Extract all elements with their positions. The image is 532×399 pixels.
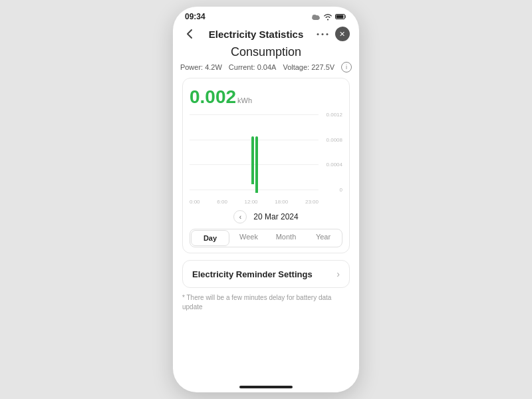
stats-row: Power: 4.2W Current: 0.04A Voltage: 227.… xyxy=(173,62,359,78)
x-label-6: 6:00 xyxy=(217,199,227,205)
svg-rect-4 xyxy=(336,15,344,19)
tab-day[interactable]: Day xyxy=(191,230,229,246)
x-label-23: 23:00 xyxy=(305,199,319,205)
x-label-12: 12:00 xyxy=(245,199,258,205)
tab-month[interactable]: Month xyxy=(267,229,305,247)
more-button[interactable] xyxy=(315,27,330,41)
status-icons xyxy=(311,13,347,21)
chevron-right-icon: › xyxy=(336,269,340,279)
info-button[interactable]: i xyxy=(341,62,352,72)
reminder-settings-card[interactable]: Electricity Reminder Settings › xyxy=(182,260,350,288)
wifi-icon xyxy=(323,13,332,21)
prev-date-button[interactable]: ‹ xyxy=(233,210,247,223)
phone-frame: 09:34 Electricity St xyxy=(173,7,359,392)
reminder-label: Electricity Reminder Settings xyxy=(192,269,313,279)
consumption-number: 0.002 xyxy=(190,86,236,108)
close-button[interactable]: ✕ xyxy=(335,27,350,41)
current-stat: Current: 0.04A xyxy=(229,63,277,71)
consumption-title: Consumption xyxy=(173,45,359,62)
period-tabs: Day Week Month Year xyxy=(190,229,342,247)
tab-week[interactable]: Week xyxy=(230,229,267,247)
svg-point-5 xyxy=(317,33,319,35)
x-label-0: 0:00 xyxy=(190,199,200,205)
bar-group xyxy=(251,136,258,193)
bar-container xyxy=(190,112,319,193)
grid-label-3: 0.0004 xyxy=(321,162,342,168)
svg-point-7 xyxy=(326,33,328,35)
power-stat: Power: 4.2W xyxy=(180,63,222,71)
svg-point-6 xyxy=(321,33,323,35)
back-button[interactable] xyxy=(182,27,197,41)
grid-label-1: 0.0012 xyxy=(321,112,342,118)
voltage-stat: Voltage: 227.5V xyxy=(283,63,334,71)
bar-2 xyxy=(255,136,258,193)
page-header-title: Electricity Statistics xyxy=(209,29,304,40)
disclaimer-text: * There will be a few minutes delay for … xyxy=(182,293,350,312)
bar-1 xyxy=(251,136,254,184)
battery-icon xyxy=(335,13,347,20)
date-nav: ‹ 20 Mar 2024 xyxy=(190,210,342,223)
status-bar: 09:34 xyxy=(173,7,359,24)
consumption-unit: kWh xyxy=(237,96,252,104)
consumption-value-row: 0.002 kWh xyxy=(190,86,342,108)
x-label-18: 18:00 xyxy=(275,199,288,205)
cloud-icon xyxy=(311,13,321,20)
nav-actions: ✕ xyxy=(315,27,350,41)
grid-label-4: 0 xyxy=(321,187,342,193)
tab-year[interactable]: Year xyxy=(305,229,342,247)
status-time: 09:34 xyxy=(185,12,205,21)
chart-card: 0.002 kWh 0.0012 0.0008 0.0004 0 xyxy=(182,78,350,253)
svg-point-2 xyxy=(315,15,319,19)
current-date: 20 Mar 2024 xyxy=(253,212,298,221)
chart-area: 0.0012 0.0008 0.0004 0 xyxy=(190,112,342,205)
x-axis: 0:00 6:00 12:00 18:00 23:00 xyxy=(190,199,319,205)
home-indicator xyxy=(239,386,293,388)
nav-bar: Electricity Statistics ✕ xyxy=(173,24,359,45)
grid-label-2: 0.0008 xyxy=(321,137,342,143)
